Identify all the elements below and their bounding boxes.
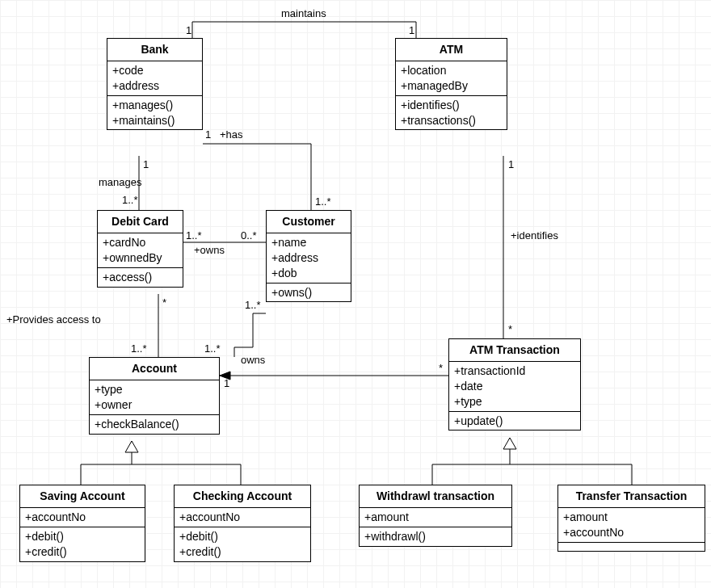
class-name: ATM Transaction [449, 339, 580, 361]
class-methods: +withdrawl() [360, 527, 511, 546]
class-attributes: +type +owner [90, 380, 219, 414]
class-debit-card: Debit Card +cardNo +ownnedBy +access() [97, 210, 183, 288]
mult-bank-dc-top: 1 [143, 158, 149, 170]
mult-dc-cust-right: 0..* [241, 229, 257, 242]
class-attributes: +name +address +dob [267, 233, 351, 283]
class-atm-transaction: ATM Transaction +transactionId +date +ty… [448, 338, 581, 430]
class-withdrawl-transaction: Withdrawl transaction +amount +withdrawl… [359, 485, 512, 547]
class-name: Checking Account [175, 485, 310, 507]
class-name: Transfer Transaction [558, 485, 705, 507]
class-transfer-transaction: Transfer Transaction +amount +accountNo [557, 485, 705, 552]
class-attributes: +accountNo [20, 507, 145, 527]
mult-dc-acc-bot: 1..* [131, 342, 147, 355]
rel-label-has: +has [220, 128, 243, 141]
mult-cust-acc-bot: 1..* [204, 342, 221, 355]
class-methods: +update() [449, 411, 580, 430]
class-attributes: +accountNo [175, 507, 310, 527]
class-methods: +debit() +credit() [20, 527, 145, 561]
mult-cust-acc-top: 1..* [245, 299, 261, 311]
class-name: Saving Account [20, 485, 145, 507]
mult-bank-atm-left: 1 [186, 24, 191, 36]
class-methods: +debit() +credit() [175, 527, 310, 561]
class-attributes: +location +managedBy [396, 61, 507, 95]
class-saving-account: Saving Account +accountNo +debit() +cred… [19, 485, 145, 562]
svg-marker-7 [125, 441, 138, 452]
class-attributes: +code +address [107, 61, 202, 95]
class-methods: +identifies() +transactions() [396, 95, 507, 130]
class-attributes: +transactionId +date +type [449, 361, 580, 411]
rel-label-manages: manages [99, 176, 141, 188]
mult-bank-atm-right: 1 [409, 24, 414, 36]
mult-bank-dc-bot: 1..* [122, 194, 138, 206]
svg-marker-13 [503, 438, 516, 449]
class-name: ATM [396, 39, 507, 61]
class-methods: +checkBalance() [90, 414, 219, 434]
diagram-canvas: Bank +code +address +manages() +maintain… [0, 0, 711, 588]
rel-label-provides: +Provides access to [6, 313, 101, 326]
class-attributes: +amount +accountNo [558, 507, 705, 542]
class-bank: Bank +code +address +manages() +maintain… [107, 38, 203, 130]
mult-atm-tx-bot: * [508, 323, 512, 335]
rel-label-owns2: owns [241, 354, 265, 366]
class-methods: +access() [98, 267, 183, 287]
mult-tx-acc-left: 1 [224, 377, 229, 389]
class-account: Account +type +owner +checkBalance() [89, 357, 220, 435]
mult-dc-cust-left: 1..* [186, 229, 202, 242]
class-methods: +owns() [267, 283, 351, 302]
class-methods: +manages() +maintains() [107, 95, 202, 130]
mult-dc-acc-top: * [162, 296, 166, 309]
class-name: Withdrawl transaction [360, 485, 511, 507]
mult-tx-acc-right: * [439, 362, 443, 374]
class-checking-account: Checking Account +accountNo +debit() +cr… [174, 485, 311, 562]
mult-bank-cust-left: 1 [205, 128, 211, 141]
class-name: Debit Card [98, 211, 183, 233]
class-atm: ATM +location +managedBy +identifies() +… [395, 38, 507, 130]
class-name: Customer [267, 211, 351, 233]
class-customer: Customer +name +address +dob +owns() [266, 210, 351, 302]
class-name: Bank [107, 39, 202, 61]
mult-bank-cust-bot: 1..* [315, 195, 331, 208]
mult-atm-tx-top: 1 [508, 158, 514, 170]
class-attributes: +amount [360, 507, 511, 527]
class-name: Account [90, 358, 219, 380]
rel-label-maintains: maintains [281, 7, 326, 19]
class-methods [558, 542, 705, 551]
rel-label-identifies: +identifies [511, 229, 558, 242]
class-attributes: +cardNo +ownnedBy [98, 233, 183, 267]
rel-label-owns1: +owns [194, 244, 225, 256]
